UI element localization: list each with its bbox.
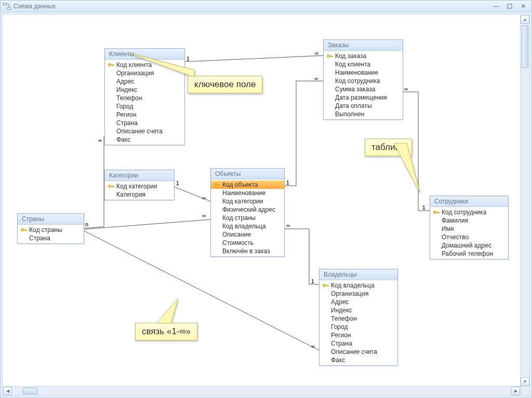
field-name: Код категории <box>116 183 157 190</box>
scroll-thumb[interactable] <box>522 25 528 68</box>
field-row[interactable]: Код заказа <box>324 52 403 60</box>
svg-point-5 <box>21 229 23 231</box>
field-row[interactable]: Выполнен <box>324 110 403 118</box>
table-countries[interactable]: Страны Код страныСтрана <box>17 213 84 244</box>
field-row[interactable]: Организация <box>320 290 397 298</box>
field-row[interactable]: Страна <box>18 234 84 242</box>
table-fields: Код заказаКод клиентаНаименованиеКод сот… <box>324 51 403 119</box>
field-row[interactable]: Дата оплаты <box>324 102 403 110</box>
field-row[interactable]: Адрес <box>320 298 397 306</box>
field-row[interactable]: Имя <box>430 225 508 233</box>
field-name: Организация <box>116 70 154 77</box>
field-name: Адрес <box>116 78 134 85</box>
field-row[interactable]: Факс <box>105 135 184 144</box>
scroll-left-button[interactable]: ◀ <box>3 387 12 395</box>
scroll-track[interactable] <box>12 387 511 395</box>
field-row[interactable]: Код категории <box>105 182 174 190</box>
field-row[interactable]: Код страны <box>211 214 284 222</box>
field-name: Дата размещения <box>335 94 387 101</box>
field-row[interactable]: Код владельца <box>320 281 397 290</box>
field-row[interactable]: Отчество <box>430 233 508 241</box>
field-row[interactable]: Дата размещения <box>324 93 403 102</box>
minimize-button[interactable]: — <box>490 2 502 11</box>
svg-marker-12 <box>156 298 178 323</box>
field-row[interactable]: Описание счета <box>105 127 184 135</box>
scroll-track[interactable] <box>521 24 529 377</box>
table-employees[interactable]: Сотрудники Код сотрудникаФамилияИмяОтчес… <box>430 196 509 259</box>
key-icon <box>108 120 115 126</box>
field-name: Описание счета <box>331 348 377 355</box>
field-row[interactable]: Категория <box>105 190 174 199</box>
table-owners[interactable]: Владельцы Код владельцаОрганизацияАдресИ… <box>319 269 398 366</box>
field-row[interactable]: Сумма заказа <box>324 85 403 93</box>
scroll-thumb[interactable] <box>23 388 37 394</box>
scroll-up-button[interactable]: ▲ <box>521 15 529 24</box>
field-row[interactable]: Рабочий телефон <box>430 250 508 258</box>
field-row[interactable]: Код объекта <box>211 181 284 189</box>
key-icon <box>323 332 330 338</box>
field-name: Стоимость <box>222 239 254 246</box>
field-row[interactable]: Индекс <box>105 86 184 94</box>
field-row[interactable]: Адрес <box>105 77 184 86</box>
table-header[interactable]: Категории <box>105 170 174 181</box>
field-row[interactable]: Регион <box>320 331 397 339</box>
key-icon <box>327 103 334 109</box>
field-name: Описание <box>222 231 251 238</box>
svg-rect-2 <box>508 4 512 8</box>
field-name: Включён в заказ <box>222 248 270 255</box>
field-row[interactable]: Физический адрес <box>211 205 284 214</box>
field-row[interactable]: Телефон <box>320 314 397 323</box>
key-icon <box>108 103 115 109</box>
title-bar[interactable]: Схема данных — ✕ <box>1 1 531 12</box>
field-name: Код заказа <box>335 52 366 60</box>
field-name: Код сотрудника <box>442 209 486 216</box>
diagram-canvas[interactable]: 1 ∞ ∞ n 1 ∞ ∞ 1 ∞ ∞ 1 ∞ 1 ∞ Клиенты Код … <box>3 15 521 387</box>
key-icon <box>214 182 221 188</box>
field-name: Наименование <box>335 69 378 76</box>
field-row[interactable]: Телефон <box>105 94 184 102</box>
field-row[interactable]: Описание <box>211 230 284 239</box>
field-row[interactable]: Описание счета <box>320 348 397 356</box>
scroll-down-button[interactable]: ▼ <box>521 377 529 386</box>
field-row[interactable]: Факс <box>320 356 397 364</box>
field-row[interactable]: Индекс <box>320 306 397 314</box>
field-row[interactable]: Код сотрудника <box>430 208 508 216</box>
field-row[interactable]: Страна <box>105 119 184 127</box>
field-row[interactable]: Домашний адрес <box>430 241 508 250</box>
table-orders[interactable]: Заказы Код заказаКод клиентаНаименование… <box>323 39 403 120</box>
field-row[interactable]: Наименование <box>211 189 284 197</box>
maximize-button[interactable] <box>503 2 516 11</box>
field-row[interactable]: Код сотрудника <box>324 77 403 85</box>
table-header[interactable]: Владельцы <box>320 269 397 280</box>
field-row[interactable]: Код клиента <box>324 60 403 68</box>
field-name: Индекс <box>331 307 352 314</box>
table-header[interactable]: Заказы <box>324 40 403 51</box>
close-button[interactable]: ✕ <box>517 2 529 11</box>
field-row[interactable]: Организация <box>105 69 184 77</box>
field-name: Выполнен <box>335 111 364 118</box>
field-row[interactable]: Фамилия <box>430 216 508 225</box>
key-icon <box>323 324 330 330</box>
table-clients[interactable]: Клиенты Код клиентаОрганизацияАдресИндек… <box>104 48 185 145</box>
table-header[interactable]: Сотрудники <box>430 196 508 207</box>
table-header[interactable]: Объекты <box>211 169 284 180</box>
table-objects[interactable]: Объекты Код объектаНаименованиеКод катег… <box>210 168 285 257</box>
field-row[interactable]: Страна <box>320 339 397 348</box>
scroll-right-button[interactable]: ▶ <box>511 387 520 395</box>
field-row[interactable]: Стоимость <box>211 239 284 247</box>
field-row[interactable]: Включён в заказ <box>211 247 284 255</box>
field-row[interactable]: Наименование <box>324 68 403 77</box>
field-row[interactable]: Код страны <box>18 226 84 234</box>
field-row[interactable]: Город <box>320 323 397 331</box>
horizontal-scrollbar[interactable]: ◀ ▶ <box>3 386 521 395</box>
cardinality-one: 1 <box>311 279 314 284</box>
table-header[interactable]: Страны <box>18 214 84 225</box>
table-fields: Код сотрудникаФамилияИмяОтчествоДомашний… <box>430 207 508 259</box>
vertical-scrollbar[interactable]: ▲ ▼ <box>520 15 529 387</box>
field-row[interactable]: Регион <box>105 111 184 119</box>
field-row[interactable]: Код владельца <box>211 222 284 230</box>
field-row[interactable]: Код категории <box>211 197 284 205</box>
field-row[interactable]: Город <box>105 102 184 111</box>
table-categories[interactable]: Категории Код категорииКатегория <box>104 170 175 200</box>
field-name: Код владельца <box>222 223 266 230</box>
